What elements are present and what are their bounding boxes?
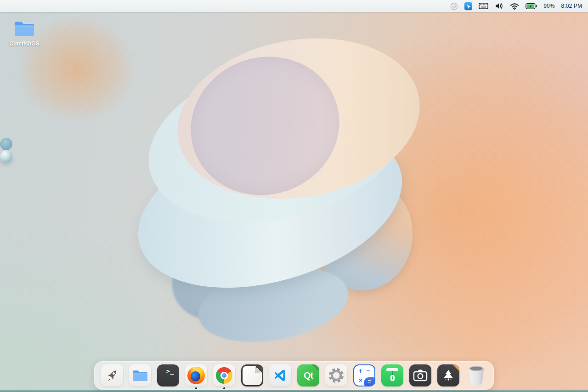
trash-icon: [465, 364, 487, 386]
terminal-prompt: >_: [162, 364, 175, 375]
dock-item-text-editor[interactable]: [241, 364, 263, 386]
dock-item-settings[interactable]: [325, 364, 347, 386]
wifi-icon[interactable]: [510, 3, 519, 10]
calculator-icon: + − × =: [353, 364, 375, 386]
wallpaper-small-sphere: [0, 150, 12, 163]
lamp-icon: [381, 364, 403, 386]
calc-plus-glyph: +: [358, 367, 362, 375]
dock-item-qt-creator[interactable]: Qt: [297, 364, 319, 386]
dock-item-terminal[interactable]: >_: [157, 364, 179, 386]
screen-bottom-edge: [0, 390, 588, 392]
wallpaper: [0, 0, 588, 392]
dock-item-lamp[interactable]: [381, 364, 403, 386]
wallpaper-blue-dot: [0, 138, 12, 150]
chrome-icon: [213, 364, 235, 386]
document-icon: [241, 364, 263, 386]
vscode-icon: [269, 364, 291, 386]
rocket-icon: [101, 364, 123, 386]
calc-multiply-glyph: ×: [359, 377, 362, 384]
folder-label: CutefishOS: [9, 40, 39, 47]
system-tray: 90% 8:02 PM: [450, 2, 588, 10]
dock-item-calculator[interactable]: + − × =: [353, 364, 375, 386]
cursor-glyph: [466, 4, 471, 9]
folder-icon: [13, 19, 35, 38]
cutefish-desktop: 90% 8:02 PM CutefishOS: [0, 0, 588, 392]
keyboard-icon[interactable]: [479, 3, 488, 9]
dock-item-screenshot[interactable]: [409, 364, 431, 386]
desktop-folder-cutefishos[interactable]: CutefishOS: [10, 19, 39, 47]
update-gear-icon[interactable]: [450, 2, 458, 10]
camera-icon: [409, 364, 431, 386]
battery-percent: 90%: [543, 3, 554, 9]
folder-icon: [129, 364, 151, 386]
dock-item-vscode[interactable]: [269, 364, 291, 386]
clock[interactable]: 8:02 PM: [561, 3, 582, 9]
calc-equals-key: =: [364, 377, 374, 386]
qt-fold-corner: [312, 364, 319, 372]
dock-item-chrome[interactable]: [213, 364, 235, 386]
input-method-icon[interactable]: [464, 2, 472, 10]
dock-item-launcher[interactable]: [101, 364, 123, 386]
qt-icon: Qt: [297, 364, 319, 386]
calc-minus-glyph: −: [366, 367, 370, 375]
dock: >_: [94, 361, 494, 390]
terminal-icon: >_: [157, 364, 179, 386]
firefox-icon: [185, 364, 207, 386]
dock-item-firefox[interactable]: [185, 364, 207, 386]
volume-icon[interactable]: [495, 2, 503, 10]
inkscape-icon: [437, 364, 459, 386]
qt-logo-text: Qt: [304, 370, 313, 381]
dock-item-trash[interactable]: [465, 364, 487, 386]
battery-icon[interactable]: [526, 3, 537, 9]
gear-icon: [325, 364, 347, 386]
dock-item-inkscape[interactable]: [437, 364, 459, 386]
calc-equals-glyph: =: [368, 378, 371, 385]
menubar: 90% 8:02 PM: [0, 0, 588, 12]
dock-item-file-manager[interactable]: [129, 364, 151, 386]
